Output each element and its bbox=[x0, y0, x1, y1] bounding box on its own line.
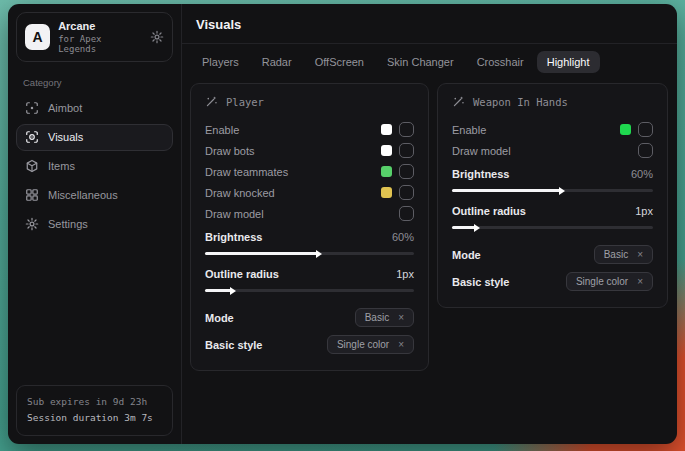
tab-highlight[interactable]: Highlight bbox=[537, 51, 600, 73]
sidebar: A Arcane for Apex Legends Category Aimbo… bbox=[8, 4, 182, 444]
color-swatch[interactable] bbox=[381, 166, 392, 177]
color-swatch[interactable] bbox=[381, 145, 392, 156]
toggle-controls bbox=[620, 122, 653, 137]
slider-row: Brightness60% bbox=[205, 231, 414, 255]
tab-crosshair[interactable]: Crosshair bbox=[467, 51, 534, 73]
sidebar-item-settings[interactable]: Settings bbox=[16, 211, 173, 238]
tag-text: Single color bbox=[337, 339, 389, 350]
toggle-controls bbox=[381, 122, 414, 137]
slider-value: 1px bbox=[396, 268, 414, 280]
toggle-row: Draw model bbox=[205, 203, 414, 224]
slider-fill bbox=[452, 226, 476, 229]
tag-text: Basic bbox=[365, 312, 389, 323]
card-title: Weapon In Hands bbox=[473, 96, 568, 108]
toggle-label: Draw bots bbox=[205, 145, 255, 157]
card-title: Player bbox=[226, 96, 264, 108]
slider-thumb[interactable] bbox=[559, 187, 565, 195]
wand-icon bbox=[452, 95, 465, 108]
slider-track[interactable] bbox=[205, 289, 414, 292]
sidebar-item-label: Miscellaneous bbox=[48, 189, 118, 201]
slider-track[interactable] bbox=[452, 226, 653, 229]
eye-scan-icon bbox=[25, 130, 39, 144]
tag-pill[interactable]: Basic× bbox=[355, 308, 414, 327]
category-label: Category bbox=[23, 77, 166, 88]
color-swatch[interactable] bbox=[620, 124, 631, 135]
tag-pill[interactable]: Basic× bbox=[594, 245, 653, 264]
slider-track[interactable] bbox=[205, 252, 414, 255]
color-swatch[interactable] bbox=[381, 124, 392, 135]
tag-label: Mode bbox=[205, 312, 234, 324]
tag-pill[interactable]: Single color× bbox=[327, 335, 414, 354]
slider-thumb[interactable] bbox=[230, 287, 236, 295]
main-header: Visuals bbox=[182, 4, 677, 44]
app-logo: A bbox=[25, 24, 50, 50]
slider-label: Outline radius bbox=[452, 205, 526, 217]
tag-pill[interactable]: Single color× bbox=[566, 272, 653, 291]
sidebar-item-label: Items bbox=[48, 160, 75, 172]
sidebar-item-aimbot[interactable]: Aimbot bbox=[16, 95, 173, 122]
slider-thumb[interactable] bbox=[474, 224, 480, 232]
tab-offscreen[interactable]: OffScreen bbox=[305, 51, 374, 73]
slider-value: 60% bbox=[631, 168, 653, 180]
toggle-controls bbox=[381, 185, 414, 200]
slider-labels: Brightness60% bbox=[452, 168, 653, 180]
tab-radar[interactable]: Radar bbox=[252, 51, 302, 73]
remove-icon[interactable]: × bbox=[398, 339, 404, 350]
cards-container: PlayerEnableDraw botsDraw teammatesDraw … bbox=[182, 77, 677, 377]
checkbox[interactable] bbox=[399, 185, 414, 200]
tag-text: Single color bbox=[576, 276, 628, 287]
slider-track[interactable] bbox=[452, 189, 653, 192]
page-title: Visuals bbox=[196, 17, 663, 32]
sidebar-item-label: Aimbot bbox=[48, 102, 82, 114]
slider-fill bbox=[205, 252, 318, 255]
sidebar-item-label: Settings bbox=[48, 218, 88, 230]
cube-icon bbox=[25, 159, 39, 173]
sub-expires-text: Sub expires in 9d 23h bbox=[27, 394, 162, 411]
remove-icon[interactable]: × bbox=[637, 249, 643, 260]
session-duration-text: Session duration 3m 7s bbox=[27, 410, 162, 427]
main-panel: Visuals PlayersRadarOffScreenSkin Change… bbox=[182, 4, 677, 444]
tab-bar: PlayersRadarOffScreenSkin ChangerCrossha… bbox=[182, 44, 677, 77]
checkbox[interactable] bbox=[399, 143, 414, 158]
checkbox[interactable] bbox=[399, 164, 414, 179]
sidebar-item-items[interactable]: Items bbox=[16, 153, 173, 180]
app-header: A Arcane for Apex Legends bbox=[16, 12, 173, 62]
slider-value: 60% bbox=[392, 231, 414, 243]
app-subtitle: for Apex Legends bbox=[58, 34, 142, 54]
checkbox[interactable] bbox=[399, 122, 414, 137]
tab-players[interactable]: Players bbox=[192, 51, 249, 73]
wand-icon bbox=[205, 95, 218, 108]
checkbox[interactable] bbox=[638, 143, 653, 158]
toggle-controls bbox=[381, 164, 414, 179]
toggle-label: Draw teammates bbox=[205, 166, 288, 178]
slider-label: Brightness bbox=[205, 231, 262, 243]
sidebar-item-miscellaneous[interactable]: Miscellaneous bbox=[16, 182, 173, 209]
gear-icon[interactable] bbox=[150, 30, 164, 44]
tag-label: Basic style bbox=[205, 339, 262, 351]
checkbox[interactable] bbox=[638, 122, 653, 137]
app-window: A Arcane for Apex Legends Category Aimbo… bbox=[8, 4, 677, 444]
sidebar-item-visuals[interactable]: Visuals bbox=[16, 124, 173, 151]
toggle-row: Draw knocked bbox=[205, 182, 414, 203]
slider-fill bbox=[452, 189, 561, 192]
tag-row: ModeBasic× bbox=[205, 305, 414, 330]
crosshair-icon bbox=[25, 101, 39, 115]
slider-value: 1px bbox=[635, 205, 653, 217]
card-header: Weapon In Hands bbox=[452, 95, 653, 108]
toggle-row: Enable bbox=[452, 119, 653, 140]
checkbox[interactable] bbox=[399, 206, 414, 221]
app-title-block: Arcane for Apex Legends bbox=[58, 20, 142, 54]
tag-row: ModeBasic× bbox=[452, 242, 653, 267]
toggle-label: Draw model bbox=[452, 145, 511, 157]
slider-fill bbox=[205, 289, 232, 292]
tab-skin-changer[interactable]: Skin Changer bbox=[377, 51, 464, 73]
toggle-label: Draw knocked bbox=[205, 187, 275, 199]
settings-card-weapon-in-hands: Weapon In HandsEnableDraw modelBrightnes… bbox=[437, 83, 668, 308]
toggle-controls bbox=[638, 143, 653, 158]
remove-icon[interactable]: × bbox=[398, 312, 404, 323]
remove-icon[interactable]: × bbox=[637, 276, 643, 287]
slider-thumb[interactable] bbox=[316, 250, 322, 258]
card-header: Player bbox=[205, 95, 414, 108]
color-swatch[interactable] bbox=[381, 187, 392, 198]
slider-labels: Brightness60% bbox=[205, 231, 414, 243]
